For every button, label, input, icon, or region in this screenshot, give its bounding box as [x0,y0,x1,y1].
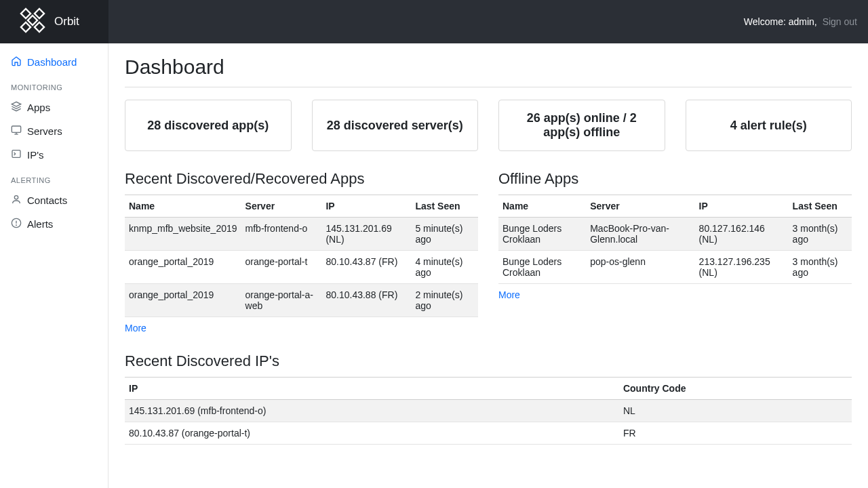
cell-server: mfb-frontend-o [241,218,322,251]
sidebar-item-label: Apps [27,102,50,113]
cell-cc: NL [619,400,852,422]
offline-apps-section: Offline Apps Name Server IP Last Seen Bu… [498,170,852,333]
cell-lastseen: 4 minute(s) ago [411,251,478,284]
monitor-icon [11,125,22,138]
summary-cards: 28 discovered app(s) 28 discovered serve… [125,100,852,151]
card-alert-rules[interactable]: 4 alert rule(s) [686,100,852,151]
cell-ip: 213.127.196.235 (NL) [695,251,789,284]
table-row[interactable]: knmp_mfb_website_2019 mfb-frontend-o 145… [125,218,478,251]
col-server: Server [586,195,694,218]
table-row[interactable]: 145.131.201.69 (mfb-frontend-o) NL [125,400,852,422]
welcome-sep: , [814,16,817,27]
cell-ip: 80.10.43.87 (orange-portal-t) [125,422,619,445]
table-row[interactable]: Bunge Loders Croklaan pop-os-glenn 213.1… [498,251,852,284]
header-userinfo: Welcome: admin, Sign out [744,16,857,27]
terminal-icon [11,148,22,161]
alert-icon [11,218,22,230]
brand-logo-icon [19,7,46,37]
cell-lastseen: 5 minute(s) ago [411,218,478,251]
cell-ip: 80.127.162.146 (NL) [695,218,789,251]
table-row[interactable]: Bunge Loders Croklaan MacBook-Pro-van-Gl… [498,218,852,251]
sidebar-item-label: Servers [27,125,62,137]
offline-apps-table: Name Server IP Last Seen Bunge Loders Cr… [498,195,852,284]
sidebar-item-dashboard[interactable]: Dashboard [0,50,108,74]
cell-lastseen: 2 minute(s) ago [411,284,478,317]
table-row[interactable]: 80.10.43.87 (orange-portal-t) FR [125,422,852,445]
sidebar-item-servers[interactable]: Servers [0,119,108,143]
table-row[interactable]: orange_portal_2019 orange-portal-a-web 8… [125,284,478,317]
username: admin [789,16,814,27]
table-row[interactable]: orange_portal_2019 orange-portal-t 80.10… [125,251,478,284]
page-title: Dashboard [125,56,852,79]
cell-ip: 145.131.201.69 (NL) [321,218,411,251]
cell-ip: 145.131.201.69 (mfb-frontend-o) [125,400,619,422]
recent-apps-section: Recent Discovered/Recovered Apps Name Se… [125,170,478,333]
cell-cc: FR [619,422,852,445]
sidebar-item-label: Alerts [27,218,53,230]
brand[interactable]: Orbit [0,0,108,43]
svg-rect-0 [21,8,31,18]
sign-out-link[interactable]: Sign out [823,16,857,27]
brand-name: Orbit [54,15,79,28]
col-cc: Country Code [619,378,852,400]
col-server: Server [241,195,322,218]
sidebar-item-ips[interactable]: IP's [0,143,108,167]
cell-name: Bunge Loders Croklaan [498,251,586,284]
card-apps-online-offline[interactable]: 26 app(s) online / 2 app(s) offline [498,100,665,151]
col-name: Name [125,195,241,218]
sidebar-heading-monitoring: MONITORING [0,74,108,96]
card-discovered-servers[interactable]: 28 discovered server(s) [312,100,479,151]
cell-server: orange-portal-t [241,251,322,284]
user-icon [11,194,22,207]
sidebar-heading-alerting: ALERTING [0,167,108,188]
cell-server: pop-os-glenn [586,251,694,284]
col-ip: IP [125,378,619,400]
sidebar-item-label: Dashboard [27,56,77,68]
recent-ips-title: Recent Discovered IP's [125,352,852,370]
col-name: Name [498,195,586,218]
sidebar-item-apps[interactable]: Apps [0,96,108,119]
home-icon [11,56,22,68]
cell-server: orange-portal-a-web [241,284,322,317]
sidebar-item-alerts[interactable]: Alerts [0,212,108,236]
card-discovered-apps[interactable]: 28 discovered app(s) [125,100,292,151]
svg-point-10 [14,196,18,199]
cell-ip: 80.10.43.87 (FR) [321,251,411,284]
layers-icon [11,101,22,114]
svg-point-13 [16,225,17,226]
cell-name: Bunge Loders Croklaan [498,218,586,251]
sidebar: Dashboard MONITORING Apps Servers IP's A… [0,43,108,488]
svg-rect-2 [28,15,37,24]
cell-name: orange_portal_2019 [125,251,241,284]
cell-name: orange_portal_2019 [125,284,241,317]
recent-ips-section: Recent Discovered IP's IP Country Code 1… [125,352,852,445]
col-ip: IP [695,195,789,218]
recent-apps-table: Name Server IP Last Seen knmp_mfb_websit… [125,195,478,317]
recent-apps-more-link[interactable]: More [125,323,146,333]
svg-rect-3 [21,22,31,31]
cell-server: MacBook-Pro-van-Glenn.local [586,218,694,251]
sidebar-item-label: Contacts [27,195,67,206]
svg-rect-1 [35,8,44,18]
cell-lastseen: 3 month(s) ago [789,251,852,284]
col-ip: IP [321,195,411,218]
title-separator [125,87,852,87]
svg-rect-6 [12,126,20,132]
svg-rect-4 [35,22,44,31]
recent-ips-table: IP Country Code 145.131.201.69 (mfb-fron… [125,377,852,445]
offline-apps-more-link[interactable]: More [498,289,520,300]
svg-rect-9 [12,150,20,158]
cell-name: knmp_mfb_website_2019 [125,218,241,251]
main-content: Dashboard 28 discovered app(s) 28 discov… [108,43,868,488]
sidebar-item-contacts[interactable]: Contacts [0,188,108,212]
col-lastseen: Last Seen [789,195,852,218]
cell-ip: 80.10.43.88 (FR) [321,284,411,317]
cell-lastseen: 3 month(s) ago [789,218,852,251]
welcome-prefix: Welcome: [744,16,786,27]
svg-marker-5 [12,102,20,106]
col-lastseen: Last Seen [411,195,478,218]
recent-apps-title: Recent Discovered/Recovered Apps [125,170,478,188]
sidebar-item-label: IP's [27,149,44,161]
offline-apps-title: Offline Apps [498,170,852,188]
app-header: Orbit Welcome: admin, Sign out [0,0,868,43]
